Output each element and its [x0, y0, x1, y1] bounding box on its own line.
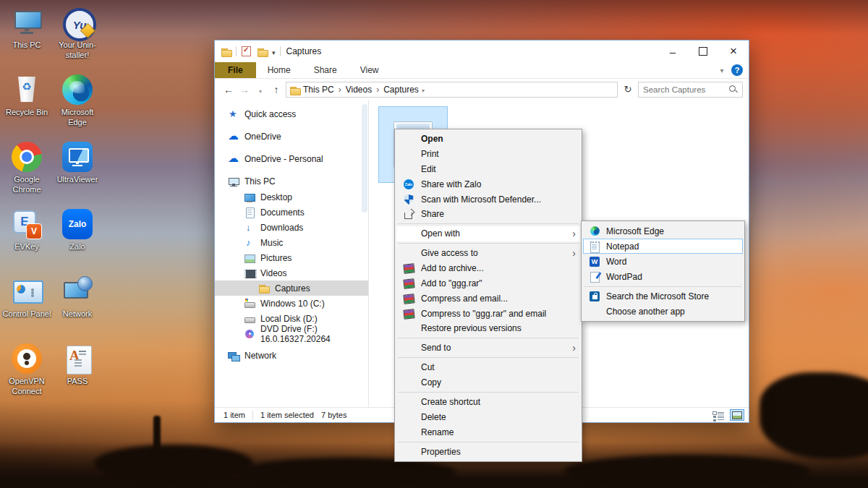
folder-icon[interactable] — [221, 46, 231, 56]
desktop-icon-this-pc[interactable]: This PC — [1, 3, 52, 70]
winrar-icon — [403, 263, 414, 273]
sidebar-item-label: Videos — [260, 268, 286, 278]
cactus-silhouette — [153, 416, 161, 466]
title-bar[interactable]: Captures — [215, 40, 749, 62]
sidebar-item-quick-access[interactable]: Quick access — [215, 106, 368, 122]
menu-item-give-access-to[interactable]: Give access to — [396, 246, 580, 261]
tree-silhouette — [760, 372, 868, 459]
sidebar-scrollbar[interactable] — [362, 104, 367, 213]
menu-item-share[interactable]: Share — [396, 207, 580, 222]
sidebar-item-music[interactable]: Music — [215, 235, 368, 250]
recent-locations-chevron-icon[interactable] — [254, 84, 267, 95]
breadcrumb-this-pc[interactable]: This PC — [303, 85, 334, 95]
sidebar-item-videos[interactable]: Videos — [215, 265, 368, 281]
forward-button[interactable] — [238, 84, 251, 95]
menu-item-restore-previous-versions[interactable]: Restore previous versions — [396, 321, 580, 336]
selection-size: 7 bytes — [321, 411, 354, 419]
menu-item-send-to[interactable]: Send to — [396, 341, 580, 356]
address-bar-row: This PC Videos Captures — [215, 79, 749, 100]
submenu-item-notepad[interactable]: Notepad — [583, 239, 743, 254]
navigation-pane: Quick access OneDrive OneDrive - Persona… — [215, 100, 369, 407]
back-button[interactable] — [222, 84, 235, 95]
microsoft-store-icon — [590, 291, 600, 301]
new-folder-icon[interactable] — [257, 46, 268, 56]
desktop-icon-label: Your Unin-staller! — [52, 40, 103, 61]
help-icon[interactable] — [731, 64, 743, 76]
thumbnail-view-icon[interactable] — [730, 409, 744, 421]
desktop-icon-pass[interactable]: PASS — [52, 339, 103, 406]
sidebar-item-windows-c-drive[interactable]: Windows 10 (C:) — [215, 296, 368, 311]
tab-view[interactable]: View — [349, 62, 391, 78]
edge-icon — [590, 226, 600, 236]
desktop-icon-recycle-bin[interactable]: Recycle Bin — [1, 70, 52, 137]
search-box[interactable] — [638, 82, 743, 98]
zalo-icon — [62, 209, 93, 239]
menu-item-share-with-zalo[interactable]: Share with Zalo — [396, 176, 580, 192]
desktop-icon-zalo[interactable]: Zalo — [52, 205, 103, 272]
breadcrumb-videos[interactable]: Videos — [346, 85, 372, 95]
search-icon[interactable] — [728, 85, 738, 94]
menu-item-add-to-archive[interactable]: Add to archive... — [396, 261, 580, 276]
desktop-icon-label: Google Chrome — [1, 175, 52, 195]
sidebar-item-label: Quick access — [244, 109, 296, 119]
sidebar-item-network[interactable]: Network — [215, 348, 368, 364]
refresh-icon[interactable] — [621, 84, 635, 95]
minimize-button[interactable] — [658, 40, 688, 62]
menu-item-copy[interactable]: Copy — [396, 375, 580, 390]
sidebar-item-onedrive-personal[interactable]: OneDrive - Personal — [215, 151, 368, 167]
sidebar-item-onedrive[interactable]: OneDrive — [215, 129, 368, 145]
sidebar-item-documents[interactable]: Documents — [215, 205, 368, 220]
submenu-item-search-microsoft-store[interactable]: Search the Microsoft Store — [583, 288, 743, 304]
customize-toolbar-chevron-icon[interactable] — [272, 45, 276, 58]
sidebar-item-pictures[interactable]: Pictures — [215, 250, 368, 265]
desktop-icon-ultraviewer[interactable]: UltraViewer — [52, 137, 103, 205]
submenu-item-word[interactable]: Word — [583, 254, 743, 269]
video-icon — [244, 267, 255, 279]
menu-separator — [398, 392, 579, 393]
sidebar-item-dvd-drive-f[interactable]: DVD Drive (F:) 16.0.16327.20264 — [215, 326, 368, 341]
desktop-icon-evkey[interactable]: EVKey — [1, 205, 52, 272]
tab-file[interactable]: File — [215, 62, 256, 78]
menu-item-properties[interactable]: Properties — [396, 444, 580, 459]
breadcrumb-chevron-icon[interactable] — [375, 85, 380, 95]
menu-item-rename[interactable]: Rename — [396, 424, 580, 440]
menu-item-edit[interactable]: Edit — [396, 162, 580, 177]
menu-item-create-shortcut[interactable]: Create shortcut — [396, 395, 580, 410]
menu-item-scan-with-defender[interactable]: Scan with Microsoft Defender... — [396, 192, 580, 207]
sidebar-item-this-pc[interactable]: This PC — [215, 174, 368, 189]
desktop-icon-network[interactable]: Network — [52, 272, 103, 339]
submenu-item-microsoft-edge[interactable]: Microsoft Edge — [583, 223, 743, 239]
menu-item-open-with[interactable]: Open with — [396, 226, 580, 241]
properties-icon[interactable] — [241, 46, 252, 57]
menu-item-compress-to-ggg-rar-and-email[interactable]: Compress to "ggg.rar" and email — [396, 306, 580, 321]
sidebar-item-desktop[interactable]: Desktop — [215, 189, 368, 205]
desktop-icon-control-panel[interactable]: Control Panel — [1, 272, 52, 339]
desktop-icon-microsoft-edge[interactable]: Microsoft Edge — [52, 70, 103, 137]
sidebar-item-captures[interactable]: Captures — [215, 281, 368, 296]
menu-item-add-to-ggg-rar[interactable]: Add to "ggg.rar" — [396, 276, 580, 291]
close-button[interactable] — [718, 40, 749, 62]
tab-share[interactable]: Share — [302, 62, 349, 78]
address-bar[interactable]: This PC Videos Captures — [286, 82, 618, 98]
sidebar-item-downloads[interactable]: Downloads — [215, 220, 368, 235]
menu-item-compress-and-email[interactable]: Compress and email... — [396, 291, 580, 306]
details-view-icon[interactable] — [712, 411, 724, 420]
collapse-ribbon-chevron-icon[interactable] — [712, 62, 731, 78]
menu-item-print[interactable]: Print — [396, 147, 580, 162]
tab-home[interactable]: Home — [256, 62, 302, 78]
status-separator — [252, 411, 253, 420]
desktop-icon-openvpn-connect[interactable]: OpenVPN Connect — [1, 339, 52, 406]
breadcrumb-chevron-icon[interactable] — [337, 85, 343, 95]
submenu-item-wordpad[interactable]: WordPad — [583, 269, 743, 284]
submenu-item-choose-another-app[interactable]: Choose another app — [583, 304, 743, 319]
desktop-icon-your-uninstaller[interactable]: Your Unin-staller! — [52, 3, 103, 70]
up-button[interactable] — [270, 84, 283, 95]
address-dropdown-chevron-icon[interactable] — [422, 85, 425, 95]
desktop-icon-google-chrome[interactable]: Google Chrome — [1, 137, 52, 205]
search-input[interactable] — [643, 85, 726, 94]
maximize-button[interactable] — [688, 40, 718, 62]
breadcrumb-captures[interactable]: Captures — [383, 85, 419, 95]
menu-item-cut[interactable]: Cut — [396, 360, 580, 375]
menu-item-delete[interactable]: Delete — [396, 409, 580, 424]
menu-item-open[interactable]: Open — [396, 132, 580, 147]
